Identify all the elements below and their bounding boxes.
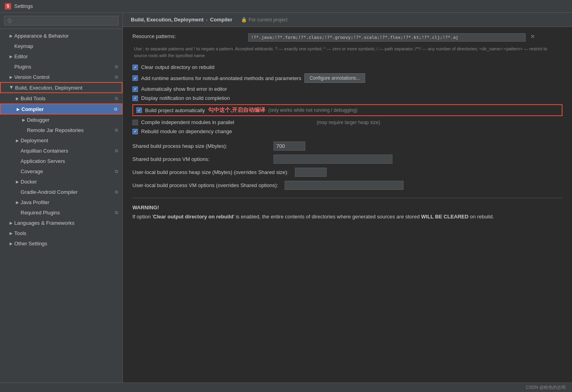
sidebar-item-build-tools[interactable]: ▶ Build Tools ⧉ <box>0 93 122 103</box>
sidebar-item-label: Coverage <box>21 168 112 174</box>
section-divider <box>132 138 562 142</box>
user-vm-label: User-local build process VM options (ove… <box>132 182 278 188</box>
compile-independent-row: Compile independent modules in parallel … <box>132 119 562 125</box>
sidebar-item-editor[interactable]: ▶ Editor <box>0 51 122 61</box>
user-vm-input[interactable] <box>285 181 404 190</box>
footer-text: CSDN @粉色的志明 <box>526 385 566 390</box>
spacer-icon <box>14 147 21 154</box>
build-project-auto-label[interactable]: Build project automatically <box>145 107 205 113</box>
sidebar-item-label: Compiler <box>21 106 111 112</box>
chevron-right-icon: ▶ <box>8 220 14 226</box>
compile-independent-label[interactable]: Compile independent modules in parallel <box>141 119 234 125</box>
sidebar: ▶ Appearance & Behavior Keymap ▶ Editor … <box>0 13 123 382</box>
chevron-down-icon: ▶ <box>9 84 15 91</box>
spacer-icon <box>21 127 27 133</box>
sidebar-item-label: Keymap <box>14 43 119 49</box>
sidebar-item-required-plugins[interactable]: Required Plugins ⧉ <box>0 207 122 218</box>
sidebar-item-version-control[interactable]: ▶ Version Control ⧉ <box>0 72 122 82</box>
sidebar-item-plugins[interactable]: Plugins ⧉ <box>0 61 122 72</box>
rebuild-module-checkbox[interactable] <box>132 129 138 134</box>
breadcrumb-current: Compiler <box>210 17 232 23</box>
breadcrumb-separator: › <box>206 17 207 23</box>
sidebar-item-remote-jar[interactable]: Remote Jar Repositories ⧉ <box>0 125 122 135</box>
spacer-icon <box>14 189 21 195</box>
sidebar-item-label: Arquillian Containers <box>21 148 112 154</box>
rebuild-module-row: Rebuild module on dependency change <box>132 128 562 134</box>
compile-independent-checkbox[interactable] <box>132 120 138 125</box>
spacer-icon <box>14 168 21 174</box>
shared-heap-label: Shared build process heap size (Mbytes): <box>132 143 267 149</box>
sidebar-item-gradle-android[interactable]: Gradle-Android Compiler ⧉ <box>0 187 122 197</box>
auto-show-error-checkbox[interactable] <box>132 86 138 92</box>
clear-output-label[interactable]: Clear output directory on rebuild <box>141 64 214 70</box>
warning-text: If option 'Clear output directory on reb… <box>132 213 562 221</box>
sidebar-item-tools[interactable]: ▶ Tools <box>0 228 122 238</box>
copy-icon: ⧉ <box>114 127 119 133</box>
spacer-icon <box>8 43 14 49</box>
breadcrumb-parent: Build, Execution, Deployment <box>131 17 203 23</box>
sidebar-tree: ▶ Appearance & Behavior Keymap ▶ Editor … <box>0 29 122 382</box>
window-title: Settings <box>14 3 33 9</box>
warning-box: WARNING! If option 'Clear output directo… <box>132 198 562 221</box>
copy-icon: ⧉ <box>114 210 119 215</box>
breadcrumb: Build, Execution, Deployment › Compiler … <box>123 13 572 27</box>
add-runtime-checkbox[interactable] <box>132 75 138 81</box>
search-input[interactable] <box>4 16 119 25</box>
copy-icon: ⧉ <box>114 148 119 153</box>
display-notification-row: Display notification on build completion <box>132 95 562 101</box>
sidebar-item-docker[interactable]: ▶ Docker <box>0 176 122 187</box>
clear-output-row: Clear output directory on rebuild <box>132 64 562 70</box>
project-icon: 🔒 <box>241 17 247 23</box>
content-body: Resource patterns: ✕ Use ; to separate p… <box>123 27 572 382</box>
sidebar-item-deployment[interactable]: ▶ Deployment <box>0 135 122 145</box>
clear-output-checkbox[interactable] <box>132 65 138 70</box>
add-runtime-row: Add runtime assertions for notnull-annot… <box>132 73 562 83</box>
footer: CSDN @粉色的志明 <box>0 382 572 392</box>
sidebar-item-languages[interactable]: ▶ Languages & Frameworks <box>0 218 122 228</box>
copy-icon: ⧉ <box>114 168 119 174</box>
resource-patterns-input[interactable] <box>248 33 526 42</box>
chevron-right-icon: ▶ <box>14 95 21 101</box>
sidebar-item-label: Required Plugins <box>21 210 112 216</box>
chevron-right-icon: ▶ <box>14 137 21 143</box>
main-container: ▶ Appearance & Behavior Keymap ▶ Editor … <box>0 13 572 382</box>
display-notification-checkbox[interactable] <box>132 96 138 101</box>
sidebar-item-keymap[interactable]: Keymap <box>0 41 122 51</box>
sidebar-item-arquillian[interactable]: Arquillian Containers ⧉ <box>0 145 122 156</box>
sidebar-item-coverage[interactable]: Coverage ⧉ <box>0 166 122 176</box>
copy-icon: ⧉ <box>114 96 119 101</box>
spacer-icon <box>8 63 14 70</box>
shared-vm-label: Shared build process VM options: <box>132 156 267 162</box>
rebuild-module-label[interactable]: Rebuild module on dependency change <box>141 128 232 134</box>
sidebar-item-label: Docker <box>21 179 119 185</box>
user-heap-row: User-local build process heap size (Mbyt… <box>132 168 562 177</box>
sidebar-item-java-profiler[interactable]: ▶ Java Profiler <box>0 197 122 207</box>
sidebar-item-label: Other Settings <box>14 241 119 247</box>
sidebar-item-compiler[interactable]: ▶ Compiler ⧉ <box>0 103 122 115</box>
app-icon: S <box>5 3 11 10</box>
sidebar-item-debugger[interactable]: ▶ Debugger <box>0 115 122 125</box>
shared-vm-row: Shared build process VM options: <box>132 155 562 164</box>
shared-heap-row: Shared build process heap size (Mbytes): <box>132 142 562 151</box>
close-icon[interactable]: ✕ <box>530 33 535 40</box>
sidebar-item-app-servers[interactable]: Application Servers <box>0 156 122 166</box>
auto-show-error-label[interactable]: Automatically show first error in editor <box>141 86 227 92</box>
spacer-icon <box>14 158 21 164</box>
sidebar-item-label: Appearance & Behavior <box>14 33 119 39</box>
build-project-auto-checkbox[interactable] <box>136 107 142 113</box>
display-notification-label[interactable]: Display notification on build completion <box>141 95 230 101</box>
shared-vm-input[interactable] <box>274 155 392 164</box>
auto-show-error-row: Automatically show first error in editor <box>132 86 562 92</box>
user-heap-label: User-local build process heap size (Mbyt… <box>132 169 289 175</box>
sidebar-item-build-exec[interactable]: ▶ Build, Execution, Deployment <box>0 82 122 93</box>
sidebar-item-label: Debugger <box>27 117 119 123</box>
user-heap-input[interactable] <box>295 168 327 177</box>
chevron-right-icon: ▶ <box>21 117 27 123</box>
sidebar-item-other-settings[interactable]: ▶ Other Settings <box>0 238 122 249</box>
content-panel: Build, Execution, Deployment › Compiler … <box>123 13 572 382</box>
sidebar-item-appearance[interactable]: ▶ Appearance & Behavior <box>0 31 122 41</box>
heap-note: (may require larger heap size) <box>317 120 380 125</box>
shared-heap-input[interactable] <box>274 142 305 151</box>
configure-annotations-button[interactable]: Configure annotations... <box>304 73 365 83</box>
add-runtime-label[interactable]: Add runtime assertions for notnull-annot… <box>141 75 301 81</box>
